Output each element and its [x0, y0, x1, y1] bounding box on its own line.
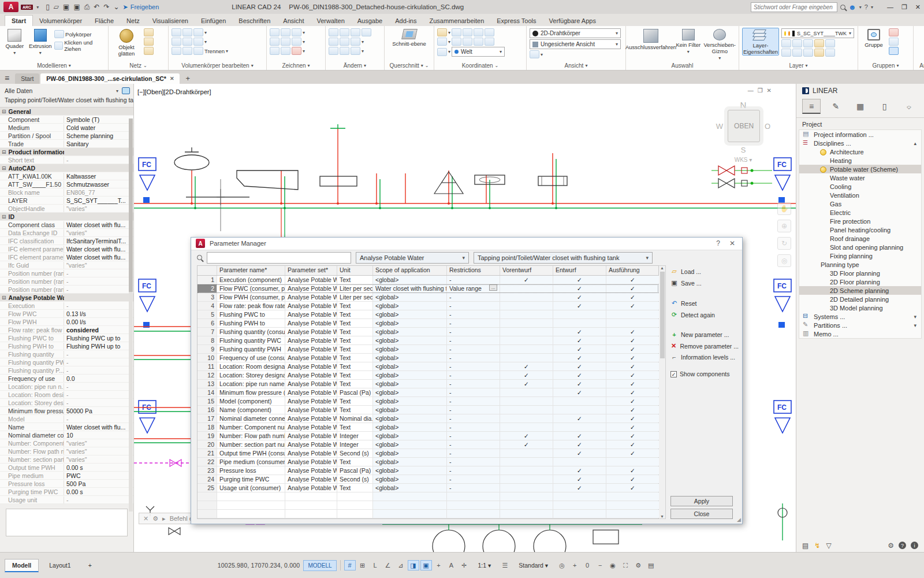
account-chevron-icon[interactable]: ▾	[859, 5, 862, 10]
table-row[interactable]: 18 Number: Component number Analyse Pota…	[198, 423, 658, 432]
status-toggle-icon[interactable]: ✛	[459, 560, 470, 570]
save-icon[interactable]: ▣	[63, 3, 69, 11]
fillet-icon[interactable]	[351, 38, 360, 46]
selection-tab-icon[interactable]: ⌔	[900, 99, 918, 114]
layer-thaw-icon[interactable]	[803, 49, 813, 57]
dialog-close-icon[interactable]: ✕	[729, 239, 735, 247]
table-row[interactable]: 13 Location: pipe run name Analyse Potab…	[198, 380, 658, 388]
layer-isolate-icon[interactable]	[792, 39, 802, 47]
restriction-ellipsis-button[interactable]: ...	[489, 284, 497, 291]
presspull-button[interactable]: Klicken und Ziehen	[54, 39, 105, 52]
stretch-icon[interactable]	[329, 47, 338, 55]
base-view-button[interactable]: Basis▾	[921, 28, 924, 54]
ungroup-icon[interactable]	[889, 28, 899, 36]
help-chevron-icon[interactable]: ▾	[871, 5, 873, 10]
layer-walk-icon[interactable]	[825, 49, 835, 57]
tree-item[interactable]: Heating	[799, 156, 921, 165]
status-toggle-icon[interactable]: ◨	[408, 560, 419, 570]
ribbon-tab[interactable]: Einfügen	[195, 16, 232, 26]
status-toggle-icon[interactable]: 0	[582, 560, 593, 570]
panel-label-gruppen[interactable]: Gruppen▾	[858, 61, 913, 70]
property-row[interactable]: Number: section part... "varies"	[0, 455, 133, 464]
panel-label-aendern[interactable]: Ändern▾	[326, 61, 384, 70]
property-row[interactable]: Analyse Potable Water	[0, 294, 133, 302]
dialog-resize-grip[interactable]: ◢	[737, 517, 741, 523]
table-row[interactable]: 19 Number: Flow path number Analyse Pota…	[198, 432, 658, 440]
panel-label-zeichnen[interactable]: Zeichnen▾	[267, 61, 325, 70]
property-row[interactable]: ObjectHandle "varies"	[0, 205, 133, 213]
share-button[interactable]: ➤ Freigeben	[123, 3, 159, 11]
ribbon-tab[interactable]: Verwalten	[310, 16, 351, 26]
new-file-icon[interactable]: ▯	[46, 3, 50, 11]
property-row[interactable]: Flushing quantity -	[0, 350, 133, 358]
array-icon[interactable]	[351, 47, 360, 55]
offset-icon[interactable]	[340, 47, 349, 55]
status-toggle-icon[interactable]: ∠	[382, 560, 394, 570]
property-row[interactable]: Purging time PWC 0.00 s	[0, 488, 133, 496]
viewcube-north-label[interactable]: N	[711, 100, 775, 110]
file-tabs-menu-icon[interactable]: ≡	[2, 73, 14, 84]
tree-item[interactable]: Fixing planning	[799, 251, 921, 260]
help-icon[interactable]: ?	[865, 3, 868, 10]
property-row[interactable]: Number: Flow path n... "varies"	[0, 447, 133, 455]
viewcube-east-label[interactable]: O	[765, 122, 770, 131]
property-row[interactable]: Position number (ran... -	[0, 269, 133, 277]
line-icon[interactable]	[281, 38, 290, 46]
property-row[interactable]: Component class Water closet with flu...	[0, 221, 133, 229]
interfere-icon[interactable]	[193, 38, 203, 46]
ribbon-tab[interactable]: Fläche	[88, 16, 120, 26]
property-row[interactable]: General	[0, 108, 133, 116]
ucs-y-icon[interactable]	[463, 38, 472, 46]
model-tab[interactable]: Modell	[5, 559, 39, 572]
layer-on-icon[interactable]	[781, 49, 791, 57]
property-row[interactable]: Block name EN806_77	[0, 188, 133, 197]
tree-item[interactable]: Ventilation	[799, 191, 921, 199]
edit-tab-icon[interactable]: ✎	[826, 99, 845, 114]
property-row[interactable]: Component Symbole (T)	[0, 116, 133, 124]
property-row[interactable]: LAYER S_SC_SYT______T...	[0, 197, 133, 205]
status-toggle-icon[interactable]: ⊿	[395, 560, 407, 570]
ucs-origin-icon[interactable]	[485, 28, 494, 36]
table-row[interactable]: 17 Nominal diameter connectio... Analyse…	[198, 414, 658, 423]
mesh-minus-icon[interactable]	[144, 38, 154, 46]
property-row[interactable]: Flow PWH 0.00 l/s	[0, 318, 133, 326]
panel-label-volbearb[interactable]: Volumenkörper bearbeiten▾	[169, 61, 266, 70]
tree-item[interactable]: Slot and opening planning	[799, 243, 921, 251]
tab-close-icon[interactable]: ✕	[170, 76, 174, 81]
smooth-object-button[interactable]: Objekt glätten	[111, 28, 141, 57]
status-toggle-icon[interactable]: ▤	[645, 560, 657, 570]
ucs-view-icon[interactable]	[474, 28, 483, 36]
trim-icon[interactable]	[362, 28, 371, 36]
ucs-world-icon[interactable]	[452, 28, 461, 36]
parameter-set-combo[interactable]: Analyse Potable Water▾	[356, 252, 469, 264]
annotation-scale-button[interactable]: 1:1 ▾	[474, 560, 496, 571]
account-icon[interactable]: ☻	[848, 3, 856, 12]
save-button[interactable]: ▣Save ...	[670, 279, 739, 287]
tree-item[interactable]: Potable water (Scheme)	[799, 165, 921, 173]
property-row[interactable]: Product information	[0, 148, 133, 156]
status-toggle-icon[interactable]: #	[344, 560, 356, 570]
layer-combo[interactable]: S_SC_SYT____TWK▾	[781, 28, 854, 38]
move-icon[interactable]	[340, 28, 349, 36]
plot-icon[interactable]: ⎙	[84, 3, 90, 11]
data-filter-combo[interactable]: Alle Daten▾	[5, 87, 118, 94]
project-tab-icon[interactable]: ≡	[802, 99, 821, 114]
copy-icon[interactable]	[351, 28, 360, 36]
palette-info-icon[interactable]: i	[911, 542, 918, 549]
table-scrollbar[interactable]: ▲▼	[659, 265, 666, 519]
table-row[interactable]: 22 Pipe medium (consumer, fitti... Analy…	[198, 458, 658, 466]
status-toggle-icon[interactable]: ☰	[499, 560, 511, 570]
ribbon-tab[interactable]: Volumenkörper	[33, 16, 88, 26]
visual-style-combo[interactable]: 2D-Drahtkörper▾	[530, 28, 621, 38]
tree-item[interactable]: Architecture	[799, 147, 921, 156]
property-row[interactable]: Short text -	[0, 156, 133, 164]
viewcube-top-face[interactable]: OBEN	[728, 110, 760, 142]
dialog-search-input[interactable]	[207, 252, 351, 264]
extrusion-button[interactable]: Extrusion▾	[29, 28, 53, 55]
restore-button[interactable]: ❐	[901, 3, 907, 11]
circle-icon[interactable]	[292, 38, 301, 46]
property-row[interactable]: Flushing PWH to Flushing PWH up to	[0, 342, 133, 350]
ribbon-tab[interactable]: Visualisieren	[146, 16, 195, 26]
ucs-z-icon[interactable]	[474, 38, 483, 46]
group-edit-icon[interactable]	[889, 38, 899, 46]
